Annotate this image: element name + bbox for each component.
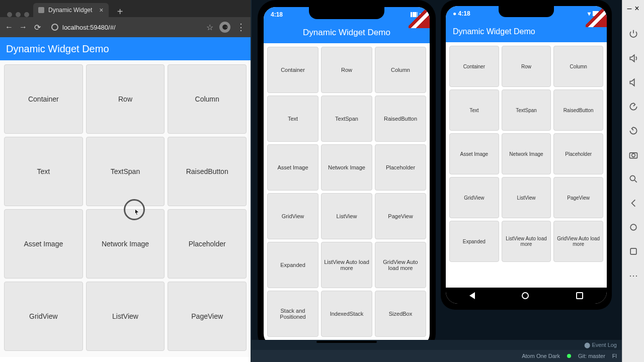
profile-avatar[interactable]: ⚈ xyxy=(219,22,230,33)
rotate-left-icon[interactable] xyxy=(626,100,640,114)
debug-ribbon xyxy=(409,7,430,28)
widget-cell-gridview[interactable]: GridView xyxy=(267,193,318,239)
panel-window-controls[interactable]: – × xyxy=(627,4,639,13)
browser-menu-icon[interactable]: ⋮ xyxy=(236,22,246,33)
event-log-link[interactable]: ⬤ Event Log xyxy=(584,342,617,348)
widget-cell-raisedbutton[interactable]: RaisedButton xyxy=(168,137,247,206)
widget-cell-expanded[interactable]: Expanded xyxy=(449,221,499,262)
widget-cell-textspan[interactable]: TextSpan xyxy=(86,137,165,206)
widget-cell-pageview[interactable]: PageView xyxy=(168,282,247,351)
widget-cell-network-image[interactable]: Network Image xyxy=(321,144,372,191)
widget-grid: ContainerRowColumnTextTextSpanRaisedButt… xyxy=(264,43,430,340)
ide-status-secondary: ⬤ Event Log xyxy=(252,340,622,350)
widget-cell-sizedbox[interactable]: SizedBox xyxy=(375,291,426,337)
status-led xyxy=(567,354,571,358)
widget-cell-placeholder[interactable]: Placeholder xyxy=(168,209,247,279)
window-close-dot[interactable] xyxy=(7,12,12,17)
widget-cell-column[interactable]: Column xyxy=(553,46,603,87)
flutter-label[interactable]: Fl xyxy=(612,353,617,359)
widget-cell-stack-and-positioned[interactable]: Stack and Positioned xyxy=(267,291,318,337)
widget-cell-text[interactable]: Text xyxy=(4,137,83,206)
widget-cell-raisedbutton[interactable]: RaisedButton xyxy=(375,96,426,142)
widget-cell-pageview[interactable]: PageView xyxy=(375,193,426,239)
widget-cell-placeholder[interactable]: Placeholder xyxy=(375,144,426,191)
widget-cell-network-image[interactable]: Network Image xyxy=(86,209,165,279)
widget-cell-network-image[interactable]: Network Image xyxy=(502,133,551,174)
window-max-dot[interactable] xyxy=(24,12,29,17)
widget-cell-listview-auto-load-more[interactable]: ListView Auto load more xyxy=(321,242,372,288)
widget-cell-gridview[interactable]: GridView xyxy=(449,177,499,218)
widget-cell-raisedbutton[interactable]: RaisedButton xyxy=(553,89,603,131)
ios-notch xyxy=(309,7,384,19)
zoom-icon[interactable] xyxy=(626,172,640,186)
widget-cell-listview[interactable]: ListView xyxy=(321,193,372,239)
status-time: ● 4:18 xyxy=(453,10,470,17)
chrome-browser-window: Dynamic Widget × + ← → ⟳ localhost:59480… xyxy=(0,0,252,362)
android-screen: ● 4:18 ▾ Dynamic Widget Demo ContainerRo… xyxy=(446,6,607,304)
widget-cell-textspan[interactable]: TextSpan xyxy=(321,96,372,142)
more-icon[interactable]: ⋯ xyxy=(626,268,640,283)
site-info-icon[interactable] xyxy=(51,24,58,31)
bookmark-star-icon[interactable]: ☆ xyxy=(206,23,213,32)
widget-cell-indexedstack[interactable]: IndexedStack xyxy=(321,291,372,337)
panel-close-icon[interactable]: × xyxy=(634,4,639,13)
svg-point-1 xyxy=(631,154,635,157)
debug-ribbon xyxy=(586,6,607,27)
app-bar: Dynamic Widget Demo xyxy=(0,37,251,60)
widget-grid: ContainerRowColumnTextTextSpanRaisedButt… xyxy=(0,60,251,355)
widget-cell-column[interactable]: Column xyxy=(168,64,247,134)
widget-cell-gridview[interactable]: GridView xyxy=(4,282,83,351)
android-home-button[interactable] xyxy=(522,292,529,299)
widget-cell-textspan[interactable]: TextSpan xyxy=(502,89,551,131)
widget-cell-expanded[interactable]: Expanded xyxy=(267,242,318,288)
nav-forward-icon[interactable]: → xyxy=(19,23,27,31)
back-icon[interactable] xyxy=(626,196,640,210)
ios-simulator-frame: 4:18 ▾ Dynamic Widget Demo ContainerRowC… xyxy=(258,0,436,352)
app-bar-title: Dynamic Widget Demo xyxy=(6,43,109,55)
volume-down-icon[interactable] xyxy=(626,75,640,89)
camera-icon[interactable] xyxy=(626,148,640,162)
panel-min-icon[interactable]: – xyxy=(627,4,631,13)
svg-point-3 xyxy=(630,224,636,230)
widget-cell-text[interactable]: Text xyxy=(449,89,499,131)
new-tab-button[interactable]: + xyxy=(115,6,126,17)
widget-cell-column[interactable]: Column xyxy=(375,47,426,93)
widget-cell-listview[interactable]: ListView xyxy=(86,282,165,351)
widget-cell-row[interactable]: Row xyxy=(321,47,372,93)
android-back-button[interactable] xyxy=(469,292,475,299)
widget-cell-asset-image[interactable]: Asset Image xyxy=(4,209,83,279)
tab-close-icon[interactable]: × xyxy=(99,6,103,14)
widget-cell-asset-image[interactable]: Asset Image xyxy=(449,133,499,174)
ide-theme-label[interactable]: Atom One Dark xyxy=(522,353,560,359)
power-icon[interactable] xyxy=(626,27,640,41)
widget-cell-container[interactable]: Container xyxy=(4,64,83,134)
browser-viewport: Dynamic Widget Demo ContainerRowColumnTe… xyxy=(0,37,251,357)
git-branch-label[interactable]: Git: master xyxy=(578,353,605,359)
home-icon[interactable] xyxy=(626,220,640,234)
widget-cell-row[interactable]: Row xyxy=(502,46,551,87)
widget-cell-row[interactable]: Row xyxy=(86,64,165,134)
ios-home-indicator[interactable] xyxy=(316,341,377,343)
widget-cell-pageview[interactable]: PageView xyxy=(553,177,603,218)
widget-cell-listview-auto-load-more[interactable]: ListView Auto load more xyxy=(502,221,551,262)
widget-cell-gridview-auto-load-more[interactable]: GridView Auto load more xyxy=(375,242,426,288)
widget-cell-listview[interactable]: ListView xyxy=(502,177,551,218)
status-time: 4:18 xyxy=(271,11,283,18)
widget-cell-container[interactable]: Container xyxy=(267,47,318,93)
window-min-dot[interactable] xyxy=(16,12,21,17)
widget-cell-asset-image[interactable]: Asset Image xyxy=(267,144,318,191)
svg-rect-4 xyxy=(630,248,636,254)
nav-reload-icon[interactable]: ⟳ xyxy=(33,23,41,31)
overview-icon[interactable] xyxy=(626,244,640,258)
widget-cell-container[interactable]: Container xyxy=(449,46,499,87)
address-bar[interactable]: localhost:59480/#/ xyxy=(47,20,200,34)
volume-up-icon[interactable] xyxy=(626,51,640,65)
widget-cell-placeholder[interactable]: Placeholder xyxy=(553,133,603,174)
browser-tab[interactable]: Dynamic Widget × xyxy=(33,3,109,17)
window-traffic-lights[interactable] xyxy=(7,7,29,17)
widget-cell-gridview-auto-load-more[interactable]: GridView Auto load more xyxy=(553,221,603,262)
widget-cell-text[interactable]: Text xyxy=(267,96,318,142)
android-recent-button[interactable] xyxy=(576,292,583,299)
nav-back-icon[interactable]: ← xyxy=(5,23,13,31)
rotate-right-icon[interactable] xyxy=(626,124,640,138)
